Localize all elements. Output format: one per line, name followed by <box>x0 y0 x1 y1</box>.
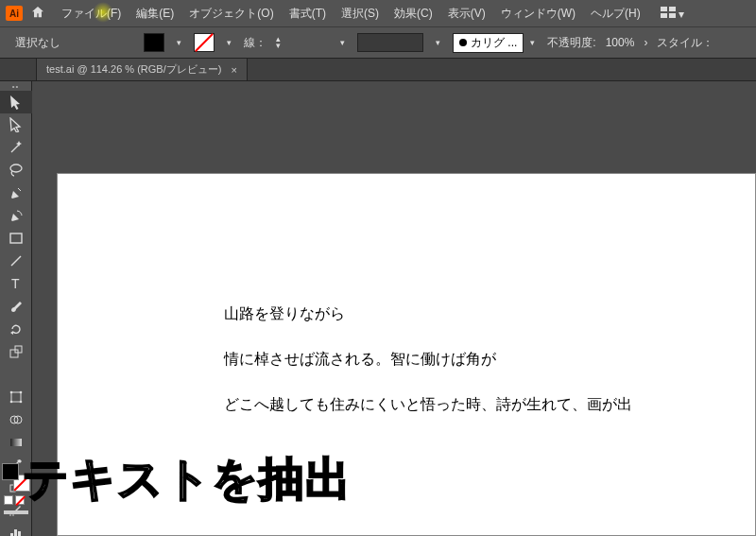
stroke-dropdown-icon[interactable]: ▾ <box>224 38 234 47</box>
opacity-value[interactable]: 100% <box>606 36 635 49</box>
brush-name: カリグ ... <box>471 35 517 51</box>
line-tool[interactable] <box>0 250 32 272</box>
pen-tool[interactable] <box>0 182 32 204</box>
menu-file[interactable]: ファイル(F) <box>55 3 128 25</box>
text-line[interactable]: 山路を登りながら <box>224 304 345 324</box>
svg-rect-17 <box>10 439 22 446</box>
svg-point-22 <box>9 514 11 516</box>
magic-wand-tool[interactable] <box>0 136 32 159</box>
stroke-weight-label: 線： <box>244 35 266 51</box>
screen-mode-icon[interactable] <box>4 510 28 514</box>
toolbar-handle[interactable]: •• <box>0 81 31 91</box>
document-tabbar: test.ai @ 114.26 % (RGB/プレビュー) × <box>0 59 756 81</box>
brush-selector[interactable]: カリグ ... <box>453 33 524 53</box>
svg-line-6 <box>11 256 21 266</box>
shape-builder-tool[interactable] <box>0 408 32 431</box>
svg-rect-5 <box>10 233 22 243</box>
stroke-swatch[interactable] <box>194 33 215 52</box>
text-line[interactable]: どこへ越しても住みにくいと悟った時、詩が生れて、画が出 <box>224 395 632 415</box>
svg-point-12 <box>20 391 23 394</box>
stroke-stepper-icon[interactable]: ▴▾ <box>276 36 281 49</box>
home-icon[interactable] <box>30 5 45 23</box>
stroke-preview-dropdown-icon[interactable]: ▾ <box>433 38 443 47</box>
svg-rect-25 <box>18 531 21 536</box>
svg-rect-1 <box>669 7 676 11</box>
brush-dropdown-icon[interactable]: ▾ <box>527 38 538 47</box>
svg-point-13 <box>10 401 13 404</box>
close-tab-icon[interactable]: × <box>231 64 236 76</box>
svg-rect-3 <box>669 13 676 18</box>
paintbrush-tool[interactable] <box>0 295 32 318</box>
svg-point-11 <box>10 391 13 394</box>
svg-rect-2 <box>661 13 667 18</box>
svg-rect-0 <box>661 7 667 11</box>
svg-point-14 <box>20 401 23 404</box>
menu-effect[interactable]: 効果(C) <box>387 3 439 25</box>
style-label: スタイル： <box>657 35 713 51</box>
document-tab[interactable]: test.ai @ 114.26 % (RGB/プレビュー) × <box>36 58 248 80</box>
svg-rect-8 <box>10 350 18 357</box>
fill-dropdown-icon[interactable]: ▾ <box>174 38 184 47</box>
menu-object[interactable]: オブジェクト(O) <box>182 3 280 25</box>
menu-view[interactable]: 表示(V) <box>441 3 492 25</box>
color-mode-fill-icon[interactable] <box>4 495 13 505</box>
opacity-label: 不透明度: <box>547 35 595 51</box>
lasso-tool[interactable] <box>0 159 32 182</box>
selection-status: 選択なし <box>8 33 68 53</box>
svg-point-21 <box>12 514 14 516</box>
svg-rect-24 <box>14 529 17 536</box>
brush-dot-icon <box>459 39 467 46</box>
stroke-profile-dropdown-icon[interactable]: ▾ <box>337 38 348 47</box>
direct-selection-tool[interactable] <box>0 113 32 136</box>
more-icon[interactable]: › <box>644 36 647 49</box>
svg-text:T: T <box>11 276 20 291</box>
color-mode-row <box>4 495 25 505</box>
fill-color-icon[interactable] <box>2 463 19 480</box>
free-transform-tool[interactable] <box>0 386 32 408</box>
options-bar: 選択なし ▾ ▾ 線： ▴▾ ▾ ▾ カリグ ...▾ 不透明度: 100% ›… <box>0 26 756 59</box>
stroke-preview[interactable] <box>357 33 423 52</box>
fill-swatch[interactable] <box>144 33 164 52</box>
rectangle-tool[interactable] <box>0 227 32 250</box>
selection-tool[interactable] <box>0 91 32 113</box>
menu-select[interactable]: 選択(S) <box>335 3 386 25</box>
menu-help[interactable]: ヘルプ(H) <box>584 3 647 25</box>
svg-rect-10 <box>11 392 21 402</box>
text-line[interactable]: 情に棹させば流される。智に働けば角が <box>224 350 496 370</box>
document-tab-title: test.ai @ 114.26 % (RGB/プレビュー) <box>46 62 221 77</box>
menu-edit[interactable]: 編集(E) <box>129 3 180 25</box>
scale-tool[interactable] <box>0 340 32 363</box>
menubar: Ai ファイル(F) 編集(E) オブジェクト(O) 書式(T) 選択(S) 効… <box>0 0 756 26</box>
overlay-caption: テキストを抽出 <box>23 449 352 510</box>
column-graph-tool[interactable] <box>0 522 32 536</box>
width-tool[interactable] <box>0 363 32 386</box>
workspace-switcher-icon[interactable]: ▾ <box>655 4 690 24</box>
curvature-tool[interactable] <box>0 204 32 227</box>
menu-type[interactable]: 書式(T) <box>283 3 333 25</box>
menu-window[interactable]: ウィンドウ(W) <box>494 3 582 25</box>
type-tool[interactable]: T <box>0 272 32 295</box>
rotate-tool[interactable] <box>0 318 32 340</box>
app-icon: Ai <box>6 6 23 21</box>
